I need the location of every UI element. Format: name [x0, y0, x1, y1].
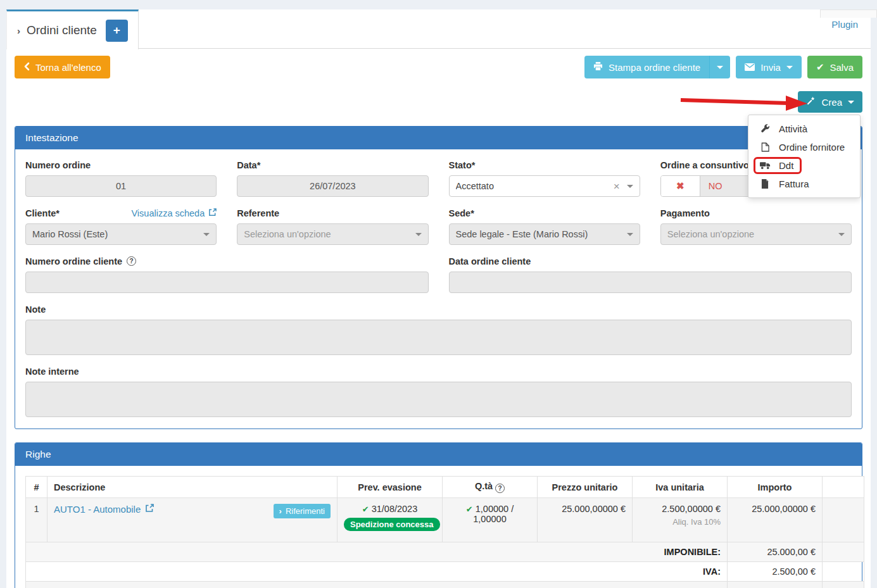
envelope-icon — [745, 62, 755, 73]
tab-bar: › Ordini cliente + Plugin — [6, 9, 871, 49]
riferimenti-badge[interactable]: › Riferimenti — [274, 504, 331, 518]
col-header-qta: Q.tà ? — [443, 477, 538, 498]
cliente-value: Mario Rossi (Este) — [32, 229, 108, 239]
help-icon[interactable]: ? — [495, 484, 505, 493]
sede-select[interactable]: Sede legale - Este (Mario Rossi) — [449, 223, 640, 245]
cross-icon[interactable]: ✖ — [661, 176, 700, 196]
check-icon: ✔ — [816, 61, 824, 73]
external-link-icon — [208, 208, 217, 218]
menu-item-label: Ordine fornitore — [779, 142, 845, 153]
note-interne-label: Note interne — [25, 366, 852, 377]
imponibile-label: IMPONIBILE: — [26, 542, 728, 562]
spedizione-badge: Spedizione concessa — [344, 518, 440, 531]
menu-item-attivita[interactable]: Attività — [748, 120, 860, 138]
chevron-right-icon: › — [279, 506, 282, 516]
menu-item-fattura[interactable]: Fattura — [748, 175, 860, 193]
table-row: 1 AUTO1 - Automobile › — [26, 498, 864, 542]
col-header-actions — [823, 477, 864, 498]
pagamento-select[interactable]: Seleziona un'opzione — [660, 223, 852, 245]
qta-value: 1,00000 / 1,00000 — [473, 504, 514, 524]
back-button-label: Torna all'elenco — [35, 62, 101, 73]
data-input[interactable]: 26/07/2023 — [237, 175, 428, 197]
empty-cell — [823, 542, 864, 562]
field-note-interne: Note interne — [25, 366, 852, 417]
row-actions-cell — [823, 498, 864, 542]
create-button[interactable]: Crea — [798, 91, 862, 113]
empty-cell — [728, 582, 823, 588]
col-header-prev-evasione: Prev. evasione — [338, 477, 443, 498]
field-numero-ordine: Numero ordine 01 — [25, 160, 217, 197]
intestazione-panel: Intestazione Numero ordine 01 Data* 26/0… — [15, 126, 862, 429]
menu-item-ddt[interactable]: Ddt — [748, 156, 860, 175]
iva-unitaria-cell: 2.500,00000 € Aliq. Iva 10% — [633, 498, 728, 542]
article-link-label: AUTO1 - Automobile — [54, 504, 141, 515]
col-header-importo: Importo — [728, 477, 823, 498]
data-label: Data* — [237, 160, 428, 170]
chevron-down-icon — [203, 233, 210, 236]
iva-aliquota-detail: Aliq. Iva 10% — [639, 517, 721, 527]
qta-cell: ✔ 1,00000 / 1,00000 — [443, 498, 538, 542]
prezzo-unitario-cell: 25.000,00000 € — [538, 498, 633, 542]
numero-ordine-label: Numero ordine — [25, 160, 217, 170]
help-icon[interactable]: ? — [127, 256, 136, 266]
menu-item-ordine-fornitore[interactable]: Ordine fornitore — [748, 138, 860, 156]
field-note: Note — [25, 304, 852, 355]
article-link[interactable]: AUTO1 - Automobile — [54, 504, 154, 515]
sede-label: Sede* — [449, 208, 640, 218]
annotation-arrow — [679, 94, 809, 111]
iva-value: 2.500,00 € — [728, 562, 823, 582]
riferimenti-label: Riferimenti — [286, 506, 325, 516]
clear-icon[interactable]: × — [614, 181, 620, 192]
field-stato: Stato* Accettato × — [449, 160, 640, 197]
total-row-iva: IVA: 2.500,00 € — [26, 562, 864, 582]
intestazione-panel-header: Intestazione — [15, 127, 862, 149]
plugin-link[interactable]: Plugin — [831, 19, 858, 30]
cliente-label: Cliente* — [25, 208, 60, 218]
file-outline-icon — [759, 142, 771, 152]
imponibile-value: 25.000,00 € — [728, 542, 823, 562]
total-row-partial — [26, 582, 864, 588]
visualizza-scheda-link[interactable]: Visualizza scheda — [131, 208, 217, 218]
prev-evasione-date: 31/08/2023 — [372, 504, 418, 514]
referente-label: Referente — [237, 208, 428, 218]
referente-select[interactable]: Seleziona un'opzione — [237, 223, 428, 245]
page-title-text: Ordini cliente — [27, 23, 97, 37]
empty-cell — [26, 582, 728, 588]
numero-ordine-cliente-input[interactable] — [25, 272, 429, 293]
external-link-icon — [145, 504, 154, 515]
cliente-select[interactable]: Mario Rossi (Este) — [25, 223, 217, 245]
print-dropdown-toggle[interactable] — [709, 56, 730, 78]
empty-cell — [823, 562, 864, 582]
print-button-group: Stampa ordine cliente — [584, 56, 730, 78]
col-header-prezzo-unitario: Prezzo unitario — [538, 477, 633, 498]
iva-label: IVA: — [26, 562, 728, 582]
row-number: 1 — [26, 498, 47, 542]
descrizione-cell: AUTO1 - Automobile › Riferimenti — [47, 498, 338, 542]
new-tab-button[interactable]: + — [106, 20, 128, 42]
visualizza-scheda-label: Visualizza scheda — [131, 208, 205, 218]
print-button-label: Stampa ordine cliente — [609, 62, 700, 73]
menu-item-label: Ddt — [779, 160, 793, 171]
truck-icon — [759, 161, 771, 170]
stato-select[interactable]: Accettato × — [449, 175, 640, 197]
field-sede: Sede* Sede legale - Este (Mario Rossi) — [449, 208, 640, 245]
save-button[interactable]: ✔ Salva — [807, 56, 862, 78]
chevron-down-icon — [838, 233, 845, 236]
tab-ordini-cliente[interactable]: › Ordini cliente + — [6, 9, 139, 49]
caret-down-icon — [717, 66, 723, 69]
col-header-descrizione: Descrizione — [47, 477, 338, 498]
check-icon: ✔ — [466, 504, 473, 514]
wrench-icon — [759, 124, 771, 134]
data-ordine-cliente-input[interactable] — [449, 272, 852, 293]
note-interne-textarea[interactable] — [25, 382, 852, 417]
numero-ordine-input[interactable]: 01 — [25, 175, 217, 197]
pagamento-label: Pagamento — [660, 208, 852, 218]
caret-down-icon — [848, 101, 854, 104]
field-data: Data* 26/07/2023 — [237, 160, 428, 197]
send-button[interactable]: Invia — [736, 56, 802, 78]
back-to-list-button[interactable]: Torna all'elenco — [15, 56, 110, 78]
partial-tab[interactable] — [820, 9, 877, 18]
note-textarea[interactable] — [25, 320, 852, 355]
empty-cell — [823, 582, 864, 588]
print-order-button[interactable]: Stampa ordine cliente — [584, 56, 709, 78]
